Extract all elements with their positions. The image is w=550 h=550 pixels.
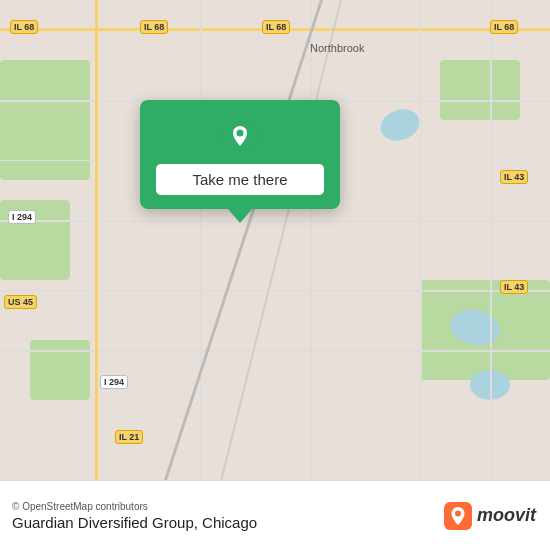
road-v4 xyxy=(420,0,422,480)
badge-il43-rm: IL 43 xyxy=(500,280,528,294)
place-name: Guardian Diversified Group, Chicago xyxy=(12,514,257,531)
road-v3 xyxy=(310,0,312,480)
road-h6 xyxy=(0,415,550,417)
road-h4 xyxy=(0,290,550,292)
park-area xyxy=(30,340,90,400)
moovit-logo: moovit xyxy=(444,502,536,530)
osm-credit: © OpenStreetMap contributors xyxy=(12,501,257,512)
badge-i294-l: I 294 xyxy=(8,210,36,224)
park-area xyxy=(440,60,520,120)
map-pin-icon xyxy=(222,118,258,154)
moovit-text: moovit xyxy=(477,505,536,526)
badge-il68-tml: IL 68 xyxy=(140,20,168,34)
take-me-there-button[interactable]: Take me there xyxy=(156,164,324,195)
map-container: Northbrook IL 68 IL 68 IL 68 IL 68 I 294… xyxy=(0,0,550,480)
svg-point-3 xyxy=(455,510,461,516)
road-h5 xyxy=(0,350,550,352)
badge-il43-rt: IL 43 xyxy=(500,170,528,184)
svg-point-1 xyxy=(237,130,244,137)
road-v2 xyxy=(200,0,202,480)
badge-us45: US 45 xyxy=(4,295,37,309)
badge-il68-tl: IL 68 xyxy=(10,20,38,34)
park-area xyxy=(0,60,90,180)
badge-il68-tr: IL 68 xyxy=(490,20,518,34)
bottom-left-info: © OpenStreetMap contributors Guardian Di… xyxy=(12,501,257,531)
badge-il21: IL 21 xyxy=(115,430,143,444)
badge-i294-b: I 294 xyxy=(100,375,128,389)
road-v5 xyxy=(490,0,492,480)
badge-il68-tm: IL 68 xyxy=(262,20,290,34)
road-h3 xyxy=(0,220,550,222)
location-tooltip: Take me there xyxy=(140,100,340,209)
road-v-left xyxy=(95,0,98,480)
bottom-bar: © OpenStreetMap contributors Guardian Di… xyxy=(0,480,550,550)
moovit-icon xyxy=(444,502,472,530)
